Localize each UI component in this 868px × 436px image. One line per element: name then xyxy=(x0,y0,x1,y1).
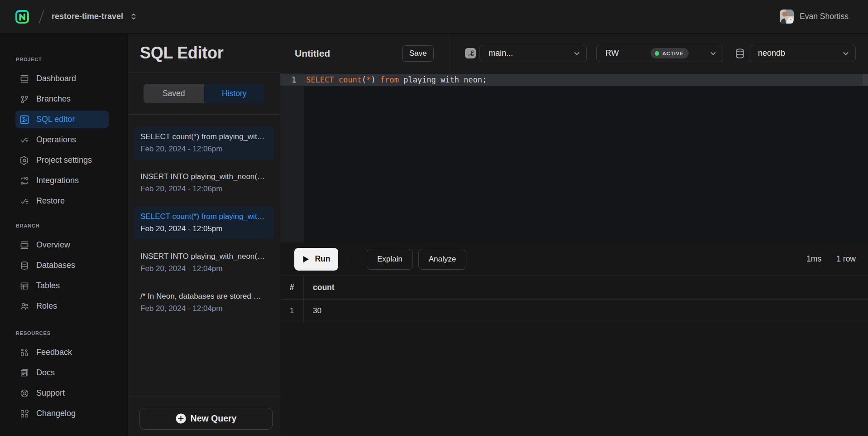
compute-select[interactable]: RW ACTIVE xyxy=(596,45,723,62)
history-item[interactable]: INSERT INTO playing_with_neon(…Feb 20, 2… xyxy=(134,246,274,279)
page-title: SQL Editor xyxy=(140,44,223,63)
editor-toolbar: Untitled Save main... xyxy=(280,34,868,73)
sidebar-section-branch: BRANCH xyxy=(16,221,127,230)
sidebar-item-label: Restore xyxy=(36,196,65,206)
history-item[interactable]: /* In Neon, databases are stored …Feb 20… xyxy=(134,286,274,319)
sidebar-item-branches[interactable]: Branches xyxy=(15,90,109,108)
user-avatar[interactable] xyxy=(780,10,794,24)
sidebar-item-label: Branches xyxy=(36,94,71,104)
integrations-icon xyxy=(20,176,29,185)
query-duration: 1ms xyxy=(806,254,821,264)
history-item-timestamp: Feb 20, 2024 - 12:04pm xyxy=(140,302,268,315)
tab-history[interactable]: History xyxy=(204,84,265,103)
sidebar-item-label: Changelog xyxy=(36,409,76,418)
chevron-down-icon xyxy=(710,50,717,57)
neon-console: restore-time-travel Evan Shortiss PROJEC… xyxy=(0,0,868,436)
compute-status-badge: ACTIVE xyxy=(651,48,689,58)
active-status-dot xyxy=(655,51,659,56)
query-stats: 1ms 1 row xyxy=(806,254,856,264)
panel-header: SQL Editor xyxy=(128,34,280,73)
feedback-icon xyxy=(20,348,29,357)
sql-editor-panel: SQL Editor Saved History SELECT count(*)… xyxy=(127,34,280,436)
top-bar: restore-time-travel Evan Shortiss xyxy=(0,0,868,34)
sidebar-item-sql-editor[interactable]: SQL editor xyxy=(15,111,109,128)
history-item-query: INSERT INTO playing_with_neon(… xyxy=(140,170,268,183)
tab-saved[interactable]: Saved xyxy=(144,84,204,103)
explain-button[interactable]: Explain xyxy=(367,249,413,270)
dashboard-icon xyxy=(20,74,29,83)
sidebar-item-support[interactable]: Support xyxy=(15,384,109,402)
operations-icon xyxy=(20,136,29,145)
sidebar-item-integrations[interactable]: Integrations xyxy=(15,172,109,189)
history-item[interactable]: INSERT INTO playing_with_neon(…Feb 20, 2… xyxy=(134,166,274,199)
sidebar-item-label: Roles xyxy=(36,301,57,311)
new-query-button[interactable]: New Query xyxy=(139,408,273,430)
branch-icon xyxy=(465,48,476,58)
sidebar-item-changelog[interactable]: Changelog xyxy=(15,405,109,422)
sidebar-item-docs[interactable]: Docs xyxy=(15,364,109,382)
save-button[interactable]: Save xyxy=(402,45,434,62)
database-select-value: neondb xyxy=(758,48,785,58)
sidebar-item-restore[interactable]: Restore xyxy=(15,192,109,210)
branches-icon xyxy=(20,95,29,104)
document-title: Untitled xyxy=(295,48,330,59)
sidebar-item-label: Support xyxy=(36,388,65,398)
run-button[interactable]: Run xyxy=(294,248,338,271)
user-name[interactable]: Evan Shortiss xyxy=(800,12,849,21)
project-switcher-chevrons-icon[interactable] xyxy=(130,13,137,20)
results-row: 130 xyxy=(280,300,868,322)
breadcrumb-project-name[interactable]: restore-time-travel xyxy=(52,12,123,21)
branch-select-value: main... xyxy=(489,48,513,58)
sidebar-item-project-settings[interactable]: Project settings xyxy=(15,151,109,169)
history-item-query: SELECT count(*) from playing_wit… xyxy=(140,210,268,223)
results-header-row: # count xyxy=(280,276,868,300)
history-item[interactable]: SELECT count(*) from playing_wit…Feb 20,… xyxy=(134,206,274,239)
sidebar-section-resources: RESOURCES xyxy=(16,329,127,338)
panel-footer: New Query xyxy=(128,397,280,436)
queries-tabs-row: Saved History xyxy=(128,73,280,115)
sidebar-section-project: PROJECT xyxy=(16,55,127,64)
query-history-list: SELECT count(*) from playing_wit…Feb 20,… xyxy=(128,115,280,397)
sidebar-item-dashboard[interactable]: Dashboard xyxy=(15,70,109,87)
sidebar-item-operations[interactable]: Operations xyxy=(15,131,109,149)
roles-icon xyxy=(20,302,29,311)
code-area[interactable]: SELECT count(*) from playing_with_neon; xyxy=(304,73,868,242)
sql-editor-icon xyxy=(20,115,29,124)
analyze-button[interactable]: Analyze xyxy=(418,249,466,270)
plus-circle-icon xyxy=(176,413,186,424)
branch-select[interactable]: main... xyxy=(480,45,587,62)
document-title-group: Untitled Save xyxy=(280,34,450,73)
support-icon xyxy=(20,389,29,398)
sidebar-item-feedback[interactable]: Feedback xyxy=(15,344,109,361)
sidebar-item-label: Overview xyxy=(36,240,70,250)
history-item[interactable]: SELECT count(*) from playing_wit…Feb 20,… xyxy=(134,126,274,160)
sidebar-item-label: Docs xyxy=(36,368,55,378)
database-select[interactable]: neondb xyxy=(749,45,856,62)
history-item-timestamp: Feb 20, 2024 - 12:06pm xyxy=(140,143,268,155)
chevron-down-icon xyxy=(573,50,580,57)
code-editor[interactable]: 1 SELECT count(*) from playing_with_neon… xyxy=(280,73,868,242)
vertical-divider xyxy=(352,251,352,267)
tables-icon xyxy=(20,281,29,291)
context-selectors: main... RW ACTIVE xyxy=(450,34,868,73)
code-line: SELECT count(*) from playing_with_neon; xyxy=(306,74,487,86)
database-icon xyxy=(734,48,745,59)
compute-select-value: RW xyxy=(605,48,619,58)
sidebar-item-overview[interactable]: Overview xyxy=(15,236,109,254)
play-icon xyxy=(302,255,310,263)
sidebar-item-databases[interactable]: Databases xyxy=(15,257,109,274)
sidebar-item-tables[interactable]: Tables xyxy=(15,277,109,295)
results-header-count: count xyxy=(304,276,868,299)
sidebar-item-roles[interactable]: Roles xyxy=(15,297,109,315)
history-item-timestamp: Feb 20, 2024 - 12:04pm xyxy=(140,262,268,275)
history-item-query: INSERT INTO playing_with_neon(… xyxy=(140,250,268,262)
sidebar-item-label: Databases xyxy=(36,261,75,270)
sidebar-item-label: SQL editor xyxy=(36,115,75,124)
row-index: 1 xyxy=(280,300,304,322)
database-icon xyxy=(20,261,29,270)
neon-logo-icon[interactable] xyxy=(15,10,29,24)
results-header-index: # xyxy=(280,276,304,299)
results-table: # count 130 xyxy=(280,276,868,436)
editor-scrollbar[interactable] xyxy=(863,74,868,86)
sidebar: PROJECTDashboardBranchesSQL editorOperat… xyxy=(0,34,127,436)
